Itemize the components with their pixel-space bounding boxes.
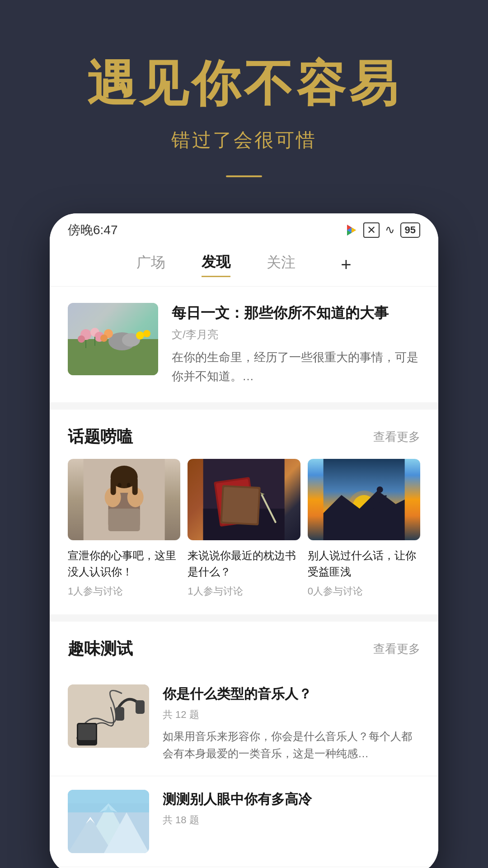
svg-marker-3 xyxy=(352,227,356,233)
topic-caption-1: 来说说你最近的枕边书是什么？ xyxy=(188,547,300,580)
quiz-section-header: 趣味测试 查看更多 xyxy=(50,622,438,671)
topic-img-sunset xyxy=(308,459,420,540)
topic-count-1: 1人参与讨论 xyxy=(188,585,300,598)
topic-img-girl xyxy=(68,459,180,540)
books-svg xyxy=(188,459,300,540)
quiz-count-1: 共 18 题 xyxy=(163,813,420,827)
topics-more[interactable]: 查看更多 xyxy=(373,429,420,445)
svg-rect-28 xyxy=(108,509,140,531)
content-area: 每日一文：那些你所不知道的大事 文/李月亮 在你的生命里，经历了一些很重大的事情… xyxy=(50,287,438,868)
article-image-flowers xyxy=(68,303,158,375)
topic-caption-0: 宣泄你的心事吧，这里没人认识你！ xyxy=(68,547,180,580)
svg-rect-34 xyxy=(222,487,259,524)
topic-image-0 xyxy=(68,459,180,540)
topic-count-2: 0人参与讨论 xyxy=(308,585,420,598)
quiz-text-1: 测测别人眼中你有多高冷 共 18 题 xyxy=(163,790,420,853)
quiz-section: 趣味测试 查看更多 xyxy=(50,622,438,868)
flower-svg xyxy=(68,303,158,375)
phone-mockup: 傍晚6:47 ✕ ∿ 95 广场 发现 关注 + xyxy=(50,213,438,868)
quiz-image-1 xyxy=(68,790,149,853)
tab-add-button[interactable]: + xyxy=(341,255,351,275)
article-image xyxy=(68,303,158,375)
svg-point-14 xyxy=(136,331,144,340)
svg-rect-25 xyxy=(132,477,138,495)
quiz-card-0[interactable]: 你是什么类型的音乐人？ 共 12 题 如果用音乐来形容你，你会是什么音乐人？每个… xyxy=(50,671,438,777)
status-icons: ✕ ∿ 95 xyxy=(343,222,420,238)
svg-rect-50 xyxy=(136,700,145,714)
quiz-count-0: 共 12 题 xyxy=(163,708,420,722)
phone-wrapper: 傍晚6:47 ✕ ∿ 95 广场 发现 关注 + xyxy=(0,213,488,868)
topic-item-2[interactable]: 别人说过什么话，让你受益匪浅 0人参与讨论 xyxy=(308,459,420,598)
topic-count-0: 1人参与讨论 xyxy=(68,585,180,598)
svg-point-27 xyxy=(127,483,131,487)
mountain-svg xyxy=(68,790,149,853)
svg-rect-48 xyxy=(78,724,96,740)
quiz-text-0: 你是什么类型的音乐人？ 共 12 题 如果用音乐来形容你，你会是什么音乐人？每个… xyxy=(163,684,420,763)
battery-x-icon: ✕ xyxy=(363,222,380,238)
topic-image-1 xyxy=(188,459,300,540)
quiz-more[interactable]: 查看更多 xyxy=(373,641,420,657)
tab-faxian[interactable]: 发现 xyxy=(202,252,230,277)
hero-title: 遇见你不容易 xyxy=(87,54,401,113)
quiz-title-1: 测测别人眼中你有多高冷 xyxy=(163,790,420,809)
girl-svg xyxy=(68,459,180,540)
quiz-title: 趣味测试 xyxy=(68,638,133,660)
svg-point-13 xyxy=(100,335,108,342)
headphones-svg xyxy=(68,684,149,748)
topic-item-1[interactable]: 来说说你最近的枕边书是什么？ 1人参与讨论 xyxy=(188,459,300,598)
svg-point-41 xyxy=(376,486,383,493)
svg-rect-24 xyxy=(111,477,116,495)
tab-guangchang[interactable]: 广场 xyxy=(136,253,165,276)
svg-point-10 xyxy=(78,335,85,343)
tab-bar: 广场 发现 关注 + xyxy=(50,243,438,287)
wifi-icon: ∿ xyxy=(385,223,395,237)
topic-item-0[interactable]: 宣泄你的心事吧，这里没人认识你！ 1人参与讨论 xyxy=(68,459,180,598)
svg-rect-58 xyxy=(68,790,149,803)
battery-level: 95 xyxy=(400,222,420,238)
app-icon xyxy=(343,223,358,237)
quiz-card-1[interactable]: 测测别人眼中你有多高冷 共 18 题 xyxy=(50,776,438,867)
tab-guanzhu[interactable]: 关注 xyxy=(267,253,296,276)
article-text: 每日一文：那些你所不知道的大事 文/李月亮 在你的生命里，经历了一些很重大的事情… xyxy=(172,303,420,386)
topic-image-2 xyxy=(308,459,420,540)
quiz-image-0 xyxy=(68,684,149,748)
hero-divider xyxy=(226,175,262,177)
quiz-excerpt-0: 如果用音乐来形容你，你会是什么音乐人？每个人都会有本身最爱的一类音乐，这是一种纯… xyxy=(163,728,420,763)
article-title: 每日一文：那些你所不知道的大事 xyxy=(172,303,420,323)
topic-grid: 宣泄你的心事吧，这里没人认识你！ 1人参与讨论 xyxy=(50,459,438,614)
hero-subtitle: 错过了会很可惜 xyxy=(171,127,317,153)
article-card[interactable]: 每日一文：那些你所不知道的大事 文/李月亮 在你的生命里，经历了一些很重大的事情… xyxy=(50,287,438,402)
quiz-img-mountain xyxy=(68,790,149,853)
svg-rect-49 xyxy=(115,707,124,721)
status-bar: 傍晚6:47 ✕ ∿ 95 xyxy=(50,213,438,243)
svg-point-26 xyxy=(118,483,122,487)
quiz-img-headphones xyxy=(68,684,149,748)
quiz-title-0: 你是什么类型的音乐人？ xyxy=(163,684,420,703)
topics-title: 话题唠嗑 xyxy=(68,426,133,448)
article-author: 文/李月亮 xyxy=(172,327,420,342)
hero-section: 遇见你不容易 错过了会很可惜 xyxy=(0,0,488,213)
topics-section-header: 话题唠嗑 查看更多 xyxy=(50,410,438,459)
topic-caption-2: 别人说过什么话，让你受益匪浅 xyxy=(308,547,420,580)
article-excerpt: 在你的生命里，经历了一些很重大的事情，可是你并不知道。… xyxy=(172,348,420,386)
status-time: 傍晚6:47 xyxy=(68,222,118,239)
topic-img-books xyxy=(188,459,300,540)
svg-point-15 xyxy=(143,330,150,337)
sunset-svg xyxy=(308,459,420,540)
